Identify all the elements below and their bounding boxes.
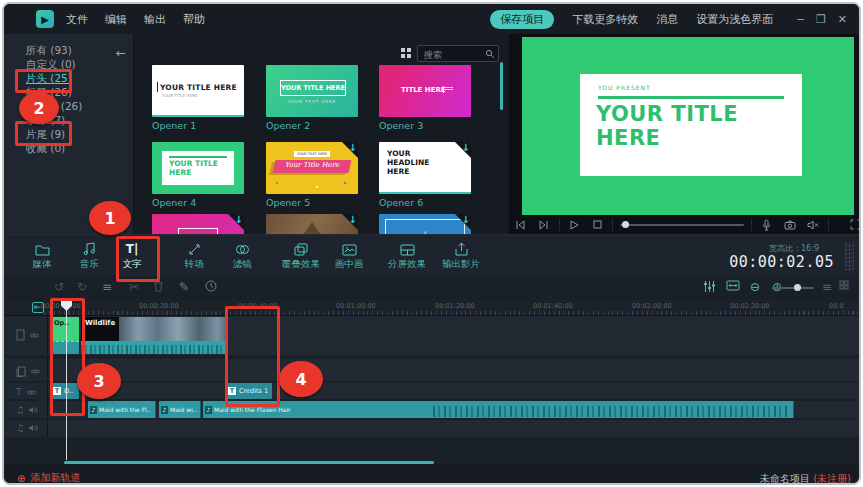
menu-edit[interactable]: 编辑	[105, 12, 127, 27]
template-thumb-opener6[interactable]: YOURHEADLINEHERE ↓	[379, 142, 471, 194]
preview-video[interactable]: YOU PRESENT YOUR TITLEHERE	[522, 37, 854, 215]
scroll-to-playhead-icon[interactable]: ⇤	[32, 302, 44, 313]
undo-icon[interactable]: ↺	[49, 280, 69, 295]
download-more-effects-button[interactable]: 下载更多特效	[572, 12, 638, 27]
eye-icon[interactable]	[29, 332, 40, 339]
split-scissors-icon[interactable]: ✂	[124, 280, 144, 295]
toolbar-pip[interactable]: 画中画	[321, 239, 377, 271]
mute-speaker-icon[interactable]	[802, 220, 825, 230]
sidebar-item-favorites[interactable]: 收藏 (0)	[26, 142, 65, 156]
eye-icon[interactable]	[30, 368, 41, 375]
zoom-slider-handle[interactable]	[794, 284, 801, 291]
status-bar: ⊕ 添加新轨道 未命名项目 (未注册)	[4, 464, 861, 485]
zoom-to-fit-icon[interactable]	[723, 280, 743, 291]
clip-opener-video[interactable]: Op..	[51, 317, 79, 354]
download-icon[interactable]: ↓	[462, 142, 470, 153]
search-input[interactable]	[422, 47, 486, 62]
jump-to-start-button[interactable]	[509, 220, 532, 230]
pip-track-icon	[16, 366, 26, 377]
music-track-icon: ♫	[16, 405, 24, 415]
save-project-button[interactable]: 保存项目	[490, 10, 554, 29]
clip-audio-1[interactable]: ♪ Maid with the Fl..	[88, 401, 156, 418]
edit-clip-icon[interactable]: ✎	[174, 280, 194, 295]
template-thumb-opener2[interactable]: YOUR TITLE HERE YOUR TEXT HERE	[266, 65, 358, 117]
clip-audio-waveform	[81, 341, 226, 354]
grid-view-icon[interactable]	[400, 47, 412, 59]
template-thumb-row3-1[interactable]: YOUR ↓	[152, 214, 244, 234]
library-scrollbar[interactable]	[500, 62, 503, 110]
delete-trash-icon[interactable]	[148, 280, 168, 292]
add-new-track-button[interactable]: ⊕ 添加新轨道	[17, 471, 80, 485]
menu-help[interactable]: 帮助	[183, 12, 205, 27]
clip-credits-text[interactable]: T Credits 1	[226, 383, 272, 399]
ruler-label: 00:00:40:00	[238, 302, 278, 310]
clip-audio-2[interactable]: ♪ Maid wi..	[159, 401, 201, 418]
clip-audio-3[interactable]: ♪ Maid with the Flaxen Hair	[203, 401, 794, 418]
menu-file[interactable]: 文件	[66, 12, 88, 27]
template-thumb-opener4[interactable]: YOUR TITLEHERE	[152, 142, 244, 194]
sidebar-item-subtitles[interactable]: 字幕 (7)	[26, 114, 65, 128]
search-icon[interactable]	[485, 49, 495, 59]
menu-export[interactable]: 输出	[144, 12, 166, 27]
grid-view-icon[interactable]	[834, 280, 854, 290]
sidebar-item-titles[interactable]: 标题 (26)	[26, 86, 72, 100]
toolbar-split-screen[interactable]: 分屏效果	[379, 239, 435, 271]
seek-slider-handle[interactable]	[622, 221, 629, 228]
clip-wildlife-video[interactable]: Wildlife	[81, 317, 226, 354]
download-icon[interactable]: ↓	[235, 214, 243, 225]
zoom-out-icon[interactable]: ⊖	[745, 280, 765, 295]
record-voiceover-icon[interactable]	[755, 219, 778, 231]
note-icon: ♪	[90, 406, 97, 414]
audio-track2-lane[interactable]	[4, 420, 861, 437]
download-icon[interactable]: ↓	[349, 142, 357, 153]
download-icon[interactable]: ↓	[462, 214, 470, 225]
sidebar-item-openers[interactable]: 片头 (25)	[26, 72, 72, 86]
minimize-icon[interactable]: ─	[797, 13, 804, 26]
template-name: Opener 4	[152, 197, 244, 208]
panel-resize-handle[interactable]	[845, 242, 854, 270]
template-thumb-opener1[interactable]: YOUR TITLE HERE YOUR TITLE HERE	[152, 65, 244, 117]
toolbar-filters[interactable]: 滤镜	[214, 239, 270, 271]
add-circle-icon: ⊕	[17, 473, 25, 484]
track-manager-icon[interactable]: ≡	[97, 280, 117, 295]
preview-divider	[598, 96, 784, 99]
template-thumb-opener5[interactable]: YOUR TEXT HERE Your Title Here ↓	[266, 142, 358, 194]
close-icon[interactable]: ✕	[838, 13, 847, 26]
download-icon[interactable]: ↓	[349, 214, 357, 225]
play-button[interactable]	[563, 220, 586, 230]
eye-icon[interactable]	[26, 389, 37, 396]
template-thumb-row3-2[interactable]: ↓	[266, 214, 358, 234]
sidebar-item-end-credits[interactable]: 片尾 (9)	[26, 128, 65, 142]
ruler-label: 00:01:20:00	[435, 302, 475, 310]
redo-icon[interactable]: ↻	[72, 280, 92, 295]
next-frame-button[interactable]	[532, 220, 555, 230]
clip-opener-text[interactable]: T O..	[51, 383, 79, 399]
titlebar: ▶ 文件 编辑 输出 帮助 保存项目 下载更多特效 消息 设置为浅色界面 ─ ❒…	[4, 4, 859, 34]
speaker-icon[interactable]	[28, 424, 38, 432]
audio-mixer-icon[interactable]	[699, 280, 719, 293]
speaker-icon[interactable]	[28, 406, 38, 414]
template-thumb-row3-3[interactable]: + ↓	[379, 214, 471, 234]
stop-button[interactable]	[586, 220, 609, 229]
light-theme-button[interactable]: 设置为浅色界面	[696, 12, 773, 27]
timeline-ruler[interactable]: 00:00:00:00 00:00:20:00 00:00:40:00 00:0…	[4, 300, 861, 316]
sidebar-item-lower-thirds[interactable]: 字幕条 (26)	[26, 100, 82, 114]
fullscreen-icon[interactable]	[844, 219, 861, 230]
text-track-lane[interactable]	[4, 383, 861, 399]
text-track-icons: T	[16, 387, 37, 397]
messages-button[interactable]: 消息	[656, 12, 678, 27]
duration-clock-icon[interactable]	[201, 280, 221, 292]
seek-slider[interactable]	[620, 215, 744, 234]
template-thumb-opener3[interactable]: TITLE HERE	[379, 65, 471, 117]
collapse-sidebar-icon[interactable]: ←	[116, 46, 126, 60]
thumb-badge: YOUR TEXT HERE	[294, 151, 330, 157]
sidebar-item-custom[interactable]: 自定义 (0)	[26, 58, 76, 72]
playhead[interactable]	[66, 300, 67, 460]
timeline-zoom-slider[interactable]	[772, 287, 814, 289]
sidebar-item-all[interactable]: 所有 (93)	[26, 44, 72, 58]
snapshot-icon[interactable]	[778, 220, 801, 230]
toolbar-export[interactable]: 输出影片	[433, 239, 489, 271]
maximize-icon[interactable]: ❒	[816, 13, 826, 26]
pip-track-lane[interactable]	[4, 359, 861, 381]
toolbar-text[interactable]: T| 文字	[104, 239, 160, 271]
